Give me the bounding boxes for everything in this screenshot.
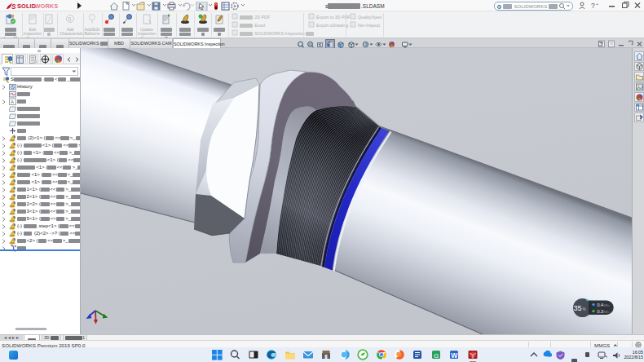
svg-text:?: ? bbox=[591, 2, 595, 10]
svg-text:5: 5 bbox=[68, 16, 72, 22]
svg-text:SOLID: SOLID bbox=[17, 2, 37, 10]
svg-text:A: A bbox=[11, 99, 14, 104]
svg-text:KB/s: KB/s bbox=[604, 304, 610, 307]
svg-text:G: G bbox=[434, 352, 439, 360]
svg-text:%: % bbox=[583, 307, 586, 311]
svg-text:WORKS: WORKS bbox=[35, 2, 59, 10]
svg-text:W: W bbox=[451, 351, 458, 360]
svg-text:35: 35 bbox=[574, 304, 582, 312]
svg-text:0.3: 0.3 bbox=[598, 309, 604, 314]
svg-text:0.4: 0.4 bbox=[598, 302, 604, 307]
svg-text:S: S bbox=[11, 3, 16, 11]
svg-text:KB/s: KB/s bbox=[604, 311, 610, 314]
